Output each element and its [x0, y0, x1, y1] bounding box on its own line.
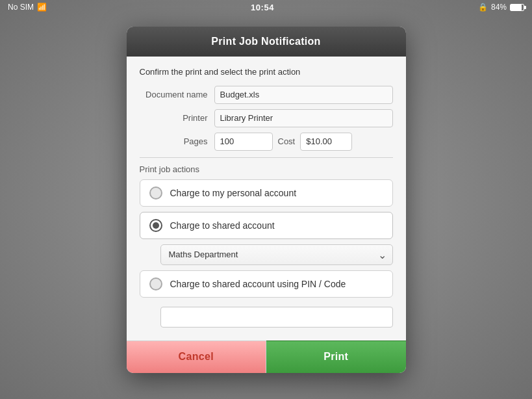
status-bar: No SIM 📶 10:54 🔒 84%: [0, 0, 532, 14]
document-name-row: Document name: [140, 86, 393, 104]
status-left: No SIM 📶: [8, 3, 47, 12]
pin-container: [160, 303, 393, 328]
printer-row: Printer: [140, 109, 393, 127]
pages-label: Pages: [140, 136, 214, 146]
printer-label: Printer: [140, 113, 214, 123]
divider: [140, 157, 393, 158]
department-select[interactable]: Maths Department Science Department Engl…: [160, 244, 393, 265]
dialog-subtitle: Confirm the print and select the print a…: [140, 67, 393, 77]
pages-cost-row: Pages Cost: [140, 133, 393, 151]
lock-icon: 🔒: [478, 3, 488, 12]
print-button[interactable]: Print: [266, 341, 406, 373]
radio-shared-circle: [149, 219, 162, 232]
pages-input[interactable]: [214, 133, 273, 151]
status-time: 10:54: [251, 3, 274, 12]
dialog-header: Print Job Notification: [127, 27, 406, 57]
battery-text: 84%: [491, 3, 507, 12]
battery-icon: [510, 4, 524, 11]
document-name-input[interactable]: [214, 86, 393, 104]
pin-input[interactable]: [160, 307, 393, 328]
department-dropdown-container: Maths Department Science Department Engl…: [160, 244, 393, 265]
wifi-icon: 📶: [37, 3, 47, 12]
cost-input[interactable]: [300, 133, 352, 151]
radio-pin-label: Charge to shared account using PIN / Cod…: [170, 279, 346, 289]
radio-pin[interactable]: Charge to shared account using PIN / Cod…: [140, 270, 393, 298]
cost-label: Cost: [278, 136, 296, 146]
radio-shared-label: Charge to shared account: [170, 220, 275, 231]
dialog-title: Print Job Notification: [140, 36, 393, 47]
radio-pin-circle: [149, 277, 162, 290]
radio-personal-label: Charge to my personal account: [170, 188, 297, 198]
cancel-button[interactable]: Cancel: [127, 341, 267, 373]
dialog-footer: Cancel Print: [127, 341, 406, 373]
dialog-body: Confirm the print and select the print a…: [127, 57, 406, 341]
radio-shared[interactable]: Charge to shared account: [140, 212, 393, 239]
print-dialog: Print Job Notification Confirm the print…: [127, 27, 406, 373]
printer-input[interactable]: [214, 109, 393, 127]
radio-personal[interactable]: Charge to my personal account: [140, 179, 393, 207]
document-name-label: Document name: [140, 90, 214, 99]
section-label: Print job actions: [140, 164, 393, 174]
radio-personal-circle: [149, 187, 162, 200]
status-right: 🔒 84%: [478, 3, 524, 12]
dropdown-wrapper: Maths Department Science Department Engl…: [160, 244, 393, 265]
signal-text: No SIM: [8, 3, 34, 12]
